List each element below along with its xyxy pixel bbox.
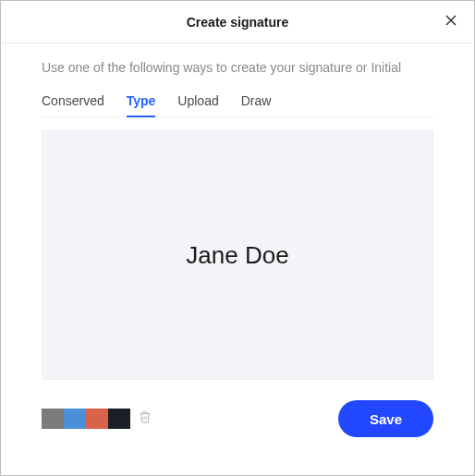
trash-icon (139, 410, 152, 427)
subtitle-text: Use one of the following ways to create … (42, 60, 433, 75)
color-swatch-blue[interactable] (64, 409, 86, 429)
color-swatch-gray[interactable] (42, 409, 64, 429)
create-signature-modal: Create signature Use one of the followin… (0, 0, 475, 476)
save-button[interactable]: Save (338, 400, 433, 437)
tab-draw[interactable]: Draw (241, 93, 272, 117)
modal-content: Use one of the following ways to create … (1, 43, 474, 475)
tab-type[interactable]: Type (127, 93, 156, 117)
modal-title: Create signature (187, 15, 288, 30)
close-button[interactable] (441, 12, 461, 32)
color-swatches (42, 409, 154, 429)
tab-conserved[interactable]: Conserved (42, 93, 104, 117)
clear-button[interactable] (136, 409, 154, 428)
footer-row: Save (42, 400, 433, 437)
tab-upload[interactable]: Upload (177, 93, 218, 117)
color-swatch-dark[interactable] (108, 409, 130, 429)
close-icon (444, 13, 458, 31)
modal-header: Create signature (1, 1, 474, 43)
signature-canvas[interactable]: Jane Doe (42, 130, 433, 380)
signature-preview-text: Jane Doe (186, 241, 288, 270)
tabs-bar: Conserved Type Upload Draw (42, 93, 433, 117)
color-swatch-red[interactable] (86, 409, 108, 429)
